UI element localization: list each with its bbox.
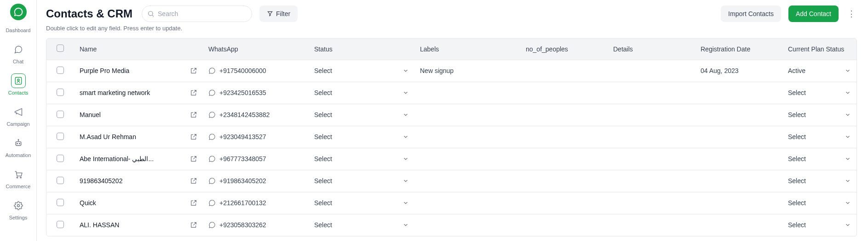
whatsapp-cell[interactable]: +2348142453882 [208,111,303,118]
registration-date-cell[interactable] [695,126,782,148]
labels-cell[interactable] [414,148,520,170]
registration-date-cell[interactable] [695,192,782,214]
open-external-icon[interactable] [190,111,197,118]
row-checkbox[interactable] [57,199,64,206]
status-select[interactable]: Select [314,155,409,163]
status-select[interactable]: Select [314,199,409,207]
column-header-labels[interactable]: Labels [414,39,520,60]
details-cell[interactable] [608,214,695,236]
whatsapp-cell[interactable]: +212661700132 [208,199,303,207]
whatsapp-cell[interactable]: +967773348057 [208,155,303,163]
open-external-icon[interactable] [190,133,197,140]
add-contact-button[interactable]: Add Contact [788,6,839,22]
open-external-icon[interactable] [190,67,197,74]
contact-name[interactable]: Quick [80,199,96,207]
plan-status-select[interactable]: Select [788,177,851,185]
whatsapp-cell[interactable]: +923425016535 [208,89,303,96]
details-cell[interactable] [608,148,695,170]
status-select[interactable]: Select [314,89,409,96]
contact-name[interactable]: 919863405202 [80,177,122,185]
contact-name[interactable]: Abe International- الطبي... [80,155,154,163]
registration-date-cell[interactable] [695,148,782,170]
status-select[interactable]: Select [314,133,409,140]
sidebar-item-automation[interactable]: Automation [0,133,36,161]
row-checkbox[interactable] [57,221,64,228]
no-of-peoples-cell[interactable] [520,60,608,82]
row-checkbox[interactable] [57,67,64,74]
registration-date-cell[interactable] [695,170,782,192]
contact-name[interactable]: Manuel [80,111,101,118]
row-checkbox[interactable] [57,177,64,184]
sidebar-item-dashboard[interactable]: Dashboard [0,25,36,36]
whatsapp-cell[interactable]: +923049413527 [208,133,303,140]
plan-status-select[interactable]: Select [788,199,851,207]
registration-date-cell[interactable] [695,104,782,126]
row-checkbox[interactable] [57,89,64,96]
sidebar-item-campaign[interactable]: Campaign [0,102,36,129]
details-cell[interactable] [608,60,695,82]
status-select[interactable]: Select [314,111,409,118]
labels-cell[interactable] [414,82,520,104]
filter-button[interactable]: Filter [259,6,298,22]
contact-name[interactable]: Purple Pro Media [80,67,129,74]
sidebar-item-commerce[interactable]: Commerce [0,164,36,192]
plan-status-select[interactable]: Select [788,133,851,140]
sidebar-item-chat[interactable]: Chat [0,39,36,67]
registration-date-cell[interactable] [695,82,782,104]
registration-date-cell[interactable] [695,214,782,236]
column-header-status[interactable]: Status [309,39,414,60]
no-of-peoples-cell[interactable] [520,192,608,214]
row-checkbox[interactable] [57,133,64,140]
contact-name[interactable]: ALI. HASSAN [80,221,119,229]
row-checkbox[interactable] [57,111,64,118]
labels-cell[interactable] [414,104,520,126]
plan-status-select[interactable]: Select [788,89,851,96]
registration-date-cell[interactable]: 04 Aug, 2023 [695,60,782,82]
status-select[interactable]: Select [314,67,409,74]
no-of-peoples-cell[interactable] [520,82,608,104]
column-header-current-plan-status[interactable]: Current Plan Status [782,39,857,60]
details-cell[interactable] [608,126,695,148]
labels-cell[interactable] [414,192,520,214]
no-of-peoples-cell[interactable] [520,148,608,170]
column-header-details[interactable]: Details [608,39,695,60]
open-external-icon[interactable] [190,155,197,163]
column-header-whatsapp[interactable]: WhatsApp [203,39,309,60]
whatsapp-cell[interactable]: +923058303262 [208,221,303,229]
open-external-icon[interactable] [190,177,197,185]
status-select[interactable]: Select [314,221,409,229]
open-external-icon[interactable] [190,199,197,207]
details-cell[interactable] [608,192,695,214]
no-of-peoples-cell[interactable] [520,170,608,192]
details-cell[interactable] [608,170,695,192]
details-cell[interactable] [608,104,695,126]
sidebar-item-settings[interactable]: Settings [0,196,36,223]
labels-cell[interactable]: New signup [414,60,520,82]
labels-cell[interactable] [414,214,520,236]
plan-status-select[interactable]: Select [788,221,851,229]
labels-cell[interactable] [414,170,520,192]
column-header-name[interactable]: Name [74,39,203,60]
search-input[interactable] [142,6,252,22]
details-cell[interactable] [608,82,695,104]
more-menu-button[interactable]: ⋮ [846,9,857,19]
no-of-peoples-cell[interactable] [520,126,608,148]
column-header-no-of-peoples[interactable]: no_of_peoples [520,39,608,60]
open-external-icon[interactable] [190,221,197,229]
plan-status-select[interactable]: Select [788,155,851,163]
no-of-peoples-cell[interactable] [520,104,608,126]
sidebar-item-contacts[interactable]: Contacts [0,71,36,98]
open-external-icon[interactable] [190,89,197,96]
row-checkbox[interactable] [57,155,64,162]
no-of-peoples-cell[interactable] [520,214,608,236]
whatsapp-cell[interactable]: +919863405202 [208,177,303,185]
plan-status-select[interactable]: Active [788,67,851,74]
contact-name[interactable]: M.Asad Ur Rehman [80,133,136,140]
column-header-registration-date[interactable]: Registration Date [695,39,782,60]
select-all-checkbox[interactable] [57,45,64,52]
status-select[interactable]: Select [314,177,409,185]
whatsapp-cell[interactable]: +917540006000 [208,67,303,74]
contact-name[interactable]: smart marketing network [80,89,150,96]
import-contacts-button[interactable]: Import Contacts [721,6,781,22]
labels-cell[interactable] [414,126,520,148]
